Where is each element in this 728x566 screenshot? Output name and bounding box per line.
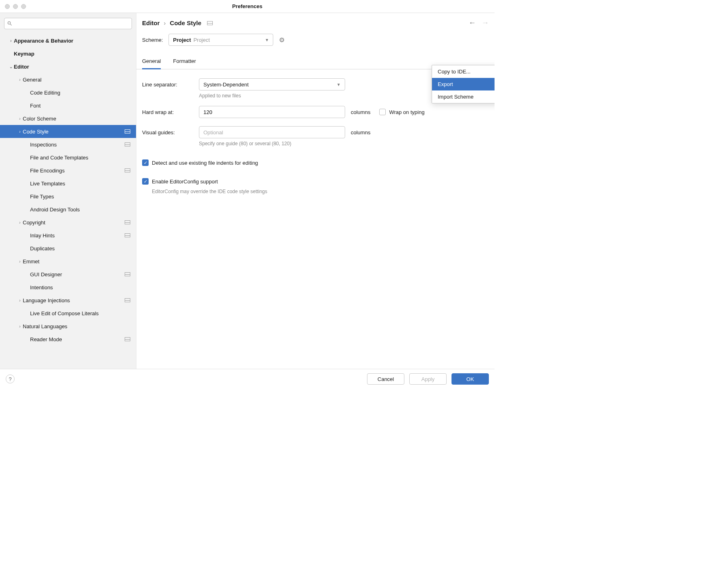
hard-wrap-label: Hard wrap at: — [142, 109, 199, 115]
scope-tag-icon — [125, 142, 130, 146]
detect-indents-label: Detect and use existing file indents for… — [152, 160, 258, 166]
back-arrow[interactable]: ← — [469, 19, 476, 27]
wrap-on-typing-label: Wrap on typing — [389, 109, 424, 115]
breadcrumb: Editor › Code Style — [142, 19, 213, 26]
sidebar-item-file-types[interactable]: File Types — [0, 190, 136, 203]
apply-button[interactable]: Apply — [409, 373, 447, 385]
sidebar-item-label: Color Scheme — [23, 116, 136, 122]
tab-formatter[interactable]: Formatter — [173, 58, 196, 69]
sidebar-item-label: Duplicates — [30, 245, 136, 252]
chevron-down-icon: ▼ — [265, 38, 269, 42]
sidebar-item-emmet[interactable]: ›Emmet — [0, 255, 136, 268]
scheme-name: Project — [173, 37, 191, 43]
window-controls[interactable] — [5, 4, 26, 9]
minimize-dot[interactable] — [13, 4, 18, 9]
window-title: Preferences — [232, 3, 262, 9]
sidebar-item-editor[interactable]: ⌄Editor — [0, 60, 136, 73]
tab-general[interactable]: General — [142, 58, 161, 69]
sidebar-item-label: Code Editing — [30, 90, 136, 96]
sidebar-item-code-editing[interactable]: Code Editing — [0, 86, 136, 99]
tree-arrow-icon: › — [17, 129, 23, 134]
hard-wrap-input[interactable] — [199, 106, 345, 118]
sidebar-item-copyright[interactable]: ›Copyright — [0, 216, 136, 229]
tree-arrow-icon: ⌄ — [8, 65, 14, 69]
line-separator-select[interactable]: System-Dependent ▼ — [199, 78, 345, 90]
wrap-on-typing-checkbox[interactable] — [379, 109, 386, 115]
scheme-select[interactable]: Project Project ▼ — [168, 34, 273, 46]
sidebar-item-duplicates[interactable]: Duplicates — [0, 242, 136, 255]
sidebar-item-label: GUI Designer — [30, 271, 125, 278]
scope-tag-icon — [125, 233, 130, 237]
sidebar-item-label: Code Style — [23, 129, 125, 135]
sidebar-item-label: General — [23, 77, 136, 83]
scheme-sub: Project — [193, 37, 210, 43]
forward-arrow: → — [482, 19, 489, 27]
settings-tree[interactable]: ›Appearance & BehaviorKeymap⌄Editor›Gene… — [0, 32, 136, 369]
sidebar-item-label: Copyright — [23, 220, 125, 226]
zoom-dot[interactable] — [21, 4, 26, 9]
sidebar-item-gui-designer[interactable]: GUI Designer — [0, 268, 136, 281]
search-input-wrap[interactable] — [4, 18, 132, 29]
visual-guides-hint: Specify one guide (80) or several (80, 1… — [199, 141, 489, 146]
chevron-right-icon: › — [164, 19, 166, 26]
sidebar-item-live-edit-of-compose-literals[interactable]: Live Edit of Compose Literals — [0, 307, 136, 320]
sidebar-item-file-and-code-templates[interactable]: File and Code Templates — [0, 151, 136, 164]
tree-arrow-icon: › — [17, 77, 23, 82]
sidebar-item-file-encodings[interactable]: File Encodings — [0, 164, 136, 177]
tree-arrow-icon: › — [17, 220, 23, 225]
breadcrumb-code-style: Code Style — [170, 19, 201, 26]
scope-tag-icon — [125, 129, 130, 133]
gear-icon[interactable]: ⚙ — [279, 36, 285, 44]
line-separator-value: System-Dependent — [203, 82, 248, 88]
ok-button[interactable]: OK — [451, 373, 489, 385]
sidebar-item-label: File Types — [30, 194, 136, 200]
detect-indents-checkbox[interactable]: ✓ — [142, 159, 149, 166]
sidebar-item-label: Emmet — [23, 258, 136, 265]
sidebar-item-general[interactable]: ›General — [0, 73, 136, 86]
sidebar-item-code-style[interactable]: ›Code Style — [0, 125, 136, 138]
tree-arrow-icon: › — [8, 39, 14, 43]
columns-label-2: columns — [351, 129, 370, 136]
sidebar-item-label: Android Design Tools — [30, 207, 136, 213]
sidebar-item-natural-languages[interactable]: ›Natural Languages — [0, 320, 136, 333]
sidebar-item-android-design-tools[interactable]: Android Design Tools — [0, 203, 136, 216]
sidebar-item-intentions[interactable]: Intentions — [0, 281, 136, 294]
close-dot[interactable] — [5, 4, 10, 9]
sidebar-item-keymap[interactable]: Keymap — [0, 47, 136, 60]
sidebar-item-label: Keymap — [14, 51, 136, 57]
editorconfig-checkbox[interactable]: ✓ — [142, 178, 149, 185]
search-icon — [7, 21, 13, 26]
breadcrumb-editor: Editor — [142, 19, 160, 26]
visual-guides-input[interactable] — [199, 126, 345, 138]
sidebar-item-live-templates[interactable]: Live Templates — [0, 177, 136, 190]
sidebar-item-appearance-behavior[interactable]: ›Appearance & Behavior — [0, 34, 136, 47]
menu-import-scheme[interactable]: Import Scheme › — [432, 90, 495, 103]
sidebar-item-inspections[interactable]: Inspections — [0, 138, 136, 151]
help-button[interactable]: ? — [6, 374, 15, 383]
sidebar-item-label: Live Templates — [30, 181, 136, 187]
line-separator-label: Line separator: — [142, 82, 199, 88]
sidebar-item-inlay-hints[interactable]: Inlay Hints — [0, 229, 136, 242]
scope-tag-icon — [207, 21, 213, 25]
chevron-down-icon: ▼ — [337, 82, 341, 87]
scope-tag-icon — [125, 220, 130, 224]
sidebar-item-label: Editor — [14, 64, 136, 70]
sidebar-item-label: File and Code Templates — [30, 155, 136, 161]
menu-copy-to-ide[interactable]: Copy to IDE... — [432, 65, 495, 78]
search-input[interactable] — [13, 21, 129, 27]
sidebar-item-reader-mode[interactable]: Reader Mode — [0, 333, 136, 346]
sidebar-item-label: Inlay Hints — [30, 232, 125, 239]
scheme-actions-menu: Copy to IDE... Export › Import Scheme › — [432, 65, 495, 103]
visual-guides-label: Visual guides: — [142, 129, 199, 136]
sidebar-item-label: Appearance & Behavior — [14, 38, 136, 44]
sidebar-item-language-injections[interactable]: ›Language Injections — [0, 294, 136, 307]
sidebar-item-label: Language Injections — [23, 297, 125, 303]
scope-tag-icon — [125, 337, 130, 341]
sidebar-item-label: Inspections — [30, 142, 125, 148]
sidebar-item-color-scheme[interactable]: ›Color Scheme — [0, 112, 136, 125]
menu-export[interactable]: Export › — [432, 78, 495, 90]
scope-tag-icon — [125, 272, 130, 276]
cancel-button[interactable]: Cancel — [367, 373, 404, 385]
sidebar-item-font[interactable]: Font — [0, 99, 136, 112]
sidebar-item-label: Font — [30, 103, 136, 109]
